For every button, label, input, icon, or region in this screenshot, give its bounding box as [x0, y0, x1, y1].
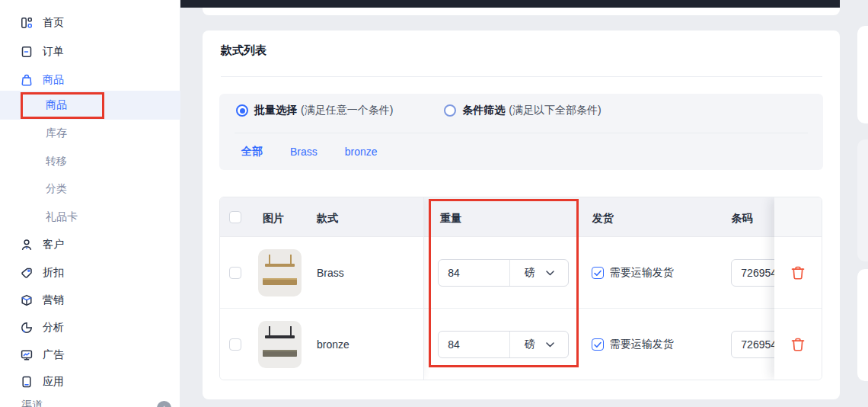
tab-brass[interactable]: Brass: [290, 146, 318, 158]
weight-input-group: 磅: [438, 259, 569, 287]
shipping-checkbox[interactable]: [592, 338, 604, 351]
filter-divider: [235, 133, 808, 133]
right-panel-fragment: [857, 26, 868, 123]
sidebar-item-label: 折扣: [43, 266, 64, 280]
sidebar-item-orders[interactable]: 订单: [0, 41, 180, 62]
table-cell-weight: 磅: [424, 309, 576, 380]
orders-icon: [20, 45, 34, 59]
weight-input-group: 磅: [438, 331, 569, 358]
barcode-input[interactable]: [731, 331, 774, 358]
right-panel-fragment: [857, 269, 868, 381]
trash-icon: [790, 264, 806, 281]
radio-bulk-select[interactable]: [236, 104, 248, 117]
apps-icon: [20, 375, 34, 389]
variant-table: 图片 款式 Brass: [219, 197, 822, 380]
shipping-column: 发货 需要运输发货 需要运输发货: [576, 197, 729, 380]
sidebar-item-products[interactable]: 商品: [0, 69, 180, 91]
delete-variant-button[interactable]: [790, 336, 806, 353]
tab-bronze[interactable]: bronze: [345, 146, 378, 158]
col-header-shipping: 发货: [592, 212, 614, 226]
weight-input[interactable]: [439, 260, 509, 286]
sidebar-item-marketing[interactable]: 营销: [0, 290, 180, 311]
sidebar-subitem-label: 转移: [46, 155, 67, 168]
monitor-chart-icon: [20, 348, 34, 362]
filter-tabs: 全部 Brass bronze: [241, 145, 405, 159]
sidebar-item-customers[interactable]: 客户: [0, 234, 180, 255]
radio-bulk-hint: (满足任意一个条件): [301, 104, 393, 117]
product-image-brass: [258, 249, 302, 296]
table-header: [774, 197, 822, 237]
divider: [221, 76, 822, 77]
check-icon: [594, 270, 602, 277]
sidebar-item-home[interactable]: 首页: [0, 12, 180, 34]
sidebar-channels-label[interactable]: 渠道: [21, 399, 43, 407]
radio-bulk-label: 批量选择: [254, 104, 297, 117]
variant-name: Brass: [317, 267, 344, 279]
discount-tag-icon: [20, 266, 34, 280]
sidebar-item-ads[interactable]: 广告: [0, 345, 180, 366]
sidebar-item-label: 营销: [43, 293, 64, 307]
shipping-label: 需要运输发货: [610, 338, 674, 351]
tab-all[interactable]: 全部: [241, 145, 263, 159]
sidebar-item-label: 分析: [43, 321, 64, 335]
sidebar-subitem-products[interactable]: 商品: [0, 91, 180, 120]
weight-input[interactable]: [439, 332, 509, 357]
table-row: bronze: [220, 309, 423, 380]
row-checkbox[interactable]: [229, 338, 241, 351]
select-all-checkbox[interactable]: [229, 211, 241, 223]
sidebar-subitem-label: 礼品卡: [46, 210, 78, 224]
radio-condition-hint: (满足以下全部条件): [509, 104, 601, 117]
table-cell-weight: 磅: [424, 237, 576, 309]
sidebar-item-label: 订单: [43, 45, 64, 59]
table-header: 发货: [576, 197, 729, 237]
sidebar-item-apps[interactable]: 应用: [0, 371, 180, 393]
product-image-bronze: [258, 321, 302, 368]
page-title: 款式列表: [221, 43, 266, 58]
customer-icon: [20, 238, 34, 252]
check-icon: [594, 341, 602, 348]
sidebar-item-discounts[interactable]: 折扣: [0, 262, 180, 284]
shipping-label: 需要运输发货: [610, 266, 674, 280]
col-header-image: 图片: [263, 212, 284, 226]
table-row: Brass: [220, 237, 423, 309]
sidebar: 首页 订单 商品 商品 库存: [0, 0, 180, 407]
dashboard-icon: [20, 16, 34, 30]
variant-name: bronze: [317, 338, 349, 351]
bag-icon: [20, 73, 34, 87]
sidebar-item-analytics[interactable]: 分析: [0, 317, 180, 338]
row-checkbox[interactable]: [229, 267, 241, 279]
add-channel-button[interactable]: +: [157, 401, 171, 407]
trash-icon: [790, 336, 806, 353]
radio-condition-filter[interactable]: [444, 104, 456, 117]
table-header: 重量: [424, 197, 576, 237]
table-header: 条码: [728, 197, 774, 237]
table-left-section: 图片 款式 Brass: [220, 197, 424, 380]
table-header: 图片 款式: [220, 197, 423, 237]
sidebar-subitem-label: 分类: [46, 182, 67, 196]
delete-variant-button[interactable]: [790, 264, 806, 281]
sidebar-subitem-giftcards[interactable]: 礼品卡: [0, 207, 180, 228]
chevron-down-icon: [546, 342, 554, 348]
weight-column: 重量 磅 磅: [424, 197, 576, 380]
weight-unit-select[interactable]: 磅: [509, 332, 568, 357]
weight-unit-value: 磅: [525, 338, 535, 351]
sidebar-item-label: 商品: [43, 73, 64, 87]
table-cell-barcode: [728, 309, 774, 380]
cube-icon: [20, 293, 34, 307]
table-cell-shipping: 需要运输发货: [576, 309, 729, 380]
sidebar-subitem-categories[interactable]: 分类: [0, 178, 180, 200]
barcode-input[interactable]: [731, 259, 774, 287]
pie-chart-icon: [20, 321, 34, 335]
shipping-checkbox[interactable]: [592, 267, 604, 279]
weight-unit-select[interactable]: 磅: [509, 260, 568, 286]
table-cell-shipping: 需要运输发货: [576, 237, 729, 309]
col-header-barcode: 条码: [731, 212, 752, 226]
delete-column: [774, 197, 822, 380]
sidebar-subitem-inventory[interactable]: 库存: [0, 123, 180, 144]
table-cell-barcode: [728, 237, 774, 309]
barcode-column: 条码: [728, 197, 774, 380]
chevron-down-icon: [546, 271, 554, 276]
sidebar-subitem-transfer[interactable]: 转移: [0, 151, 180, 172]
sidebar-item-label: 客户: [43, 238, 64, 252]
right-panel-fragment: [857, 139, 868, 261]
